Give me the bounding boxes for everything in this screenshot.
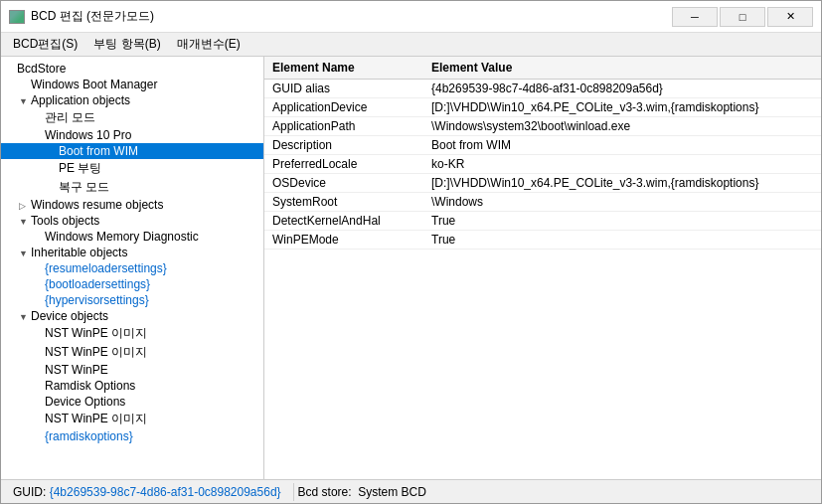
status-guid-segment: GUID: {4b269539-98c7-4d86-af31-0c898209a…	[9, 483, 294, 501]
table-row: ApplicationPath \Windows\system32\boot\w…	[264, 117, 821, 136]
tree-admin-mode[interactable]: 관리 모드	[1, 108, 263, 127]
expand-icon: ▼	[19, 217, 31, 227]
expand-icon: ▼	[19, 249, 31, 258]
status-bcd-segment: Bcd store: System BCD	[294, 483, 438, 501]
prop-name: WinPEMode	[264, 231, 423, 250]
status-bcd-label: Bcd store:	[298, 485, 352, 499]
prop-name: GUID alias	[264, 80, 423, 98]
tree-resumeloadersettings[interactable]: {resumeloadersettings}	[1, 260, 263, 276]
prop-value: True	[423, 231, 821, 250]
table-row: OSDevice [D:]\VHDD\Win10_x64.PE_COLite_v…	[264, 174, 821, 193]
table-row: DetectKernelAndHal True	[264, 212, 821, 231]
prop-value: [D:]\VHDD\Win10_x64.PE_COLite_v3-3.wim,{…	[423, 174, 821, 193]
tree-application-objects[interactable]: ▼Application objects	[1, 92, 263, 108]
status-guid-value: {4b269539-98c7-4d86-af31-0c898209a56d}	[50, 485, 281, 499]
tree-bootloadersettings[interactable]: {bootloadersettings}	[1, 276, 263, 292]
tree-ramdiskoptions[interactable]: {ramdiskoptions}	[1, 428, 263, 444]
prop-name: SystemRoot	[264, 193, 423, 212]
maximize-button[interactable]: □	[720, 7, 765, 27]
properties-table: Element Name Element Value GUID alias {4…	[264, 57, 821, 250]
tree-device-options[interactable]: Device Options	[1, 394, 263, 410]
tree-windows-resume[interactable]: ▷Windows resume objects	[1, 197, 263, 213]
col-element-name: Element Name	[264, 57, 423, 80]
tree-nst-winpe-3[interactable]: NST WinPE	[1, 362, 263, 378]
status-bcd-value: System BCD	[358, 485, 426, 499]
menu-boot[interactable]: 부팅 항목(B)	[85, 34, 168, 55]
table-row: GUID alias {4b269539-98c7-4d86-af31-0c89…	[264, 80, 821, 98]
minimize-button[interactable]: ─	[672, 7, 718, 27]
prop-name: ApplicationPath	[264, 117, 423, 136]
table-row: ApplicationDevice [D:]\VHDD\Win10_x64.PE…	[264, 98, 821, 117]
table-row: SystemRoot \Windows	[264, 193, 821, 212]
tree-hypervisorsettings[interactable]: {hypervisorsettings}	[1, 292, 263, 308]
tree-nst-winpe-2[interactable]: NST WinPE 이미지	[1, 343, 263, 362]
menu-bcd[interactable]: BCD편집(S)	[5, 34, 85, 55]
tree-nst-winpe-4[interactable]: NST WinPE 이미지	[1, 410, 263, 428]
menu-params[interactable]: 매개변수(E)	[169, 34, 248, 55]
table-row: WinPEMode True	[264, 231, 821, 250]
status-bar: GUID: {4b269539-98c7-4d86-af31-0c898209a…	[1, 479, 821, 503]
tree-tools-objects[interactable]: ▼Tools objects	[1, 213, 263, 229]
prop-value: [D:]\VHDD\Win10_x64.PE_COLite_v3-3.wim,{…	[423, 98, 821, 117]
expand-icon: ▷	[19, 201, 31, 211]
prop-name: Description	[264, 136, 423, 155]
status-guid-label: GUID:	[13, 485, 46, 499]
menu-bar: BCD편집(S) 부팅 항목(B) 매개변수(E)	[1, 33, 821, 57]
right-panel: Element Name Element Value GUID alias {4…	[264, 57, 821, 479]
expand-icon: ▼	[19, 312, 31, 322]
app-icon	[9, 10, 25, 24]
prop-value: True	[423, 212, 821, 231]
prop-name: PreferredLocale	[264, 155, 423, 174]
expand-icon: ▼	[19, 96, 31, 106]
prop-value: {4b269539-98c7-4d86-af31-0c898209a56d}	[423, 80, 821, 98]
prop-value: Boot from WIM	[423, 136, 821, 155]
tree-nst-winpe-1[interactable]: NST WinPE 이미지	[1, 324, 263, 343]
table-row: PreferredLocale ko-KR	[264, 155, 821, 174]
close-button[interactable]: ✕	[767, 7, 813, 27]
left-panel: BcdStore Windows Boot Manager ▼Applicati…	[1, 57, 264, 479]
tree-inheritable-objects[interactable]: ▼Inheritable objects	[1, 245, 263, 260]
prop-value: \Windows	[423, 193, 821, 212]
prop-value: ko-KR	[423, 155, 821, 174]
tree-device-objects[interactable]: ▼Device objects	[1, 308, 263, 324]
prop-name: DetectKernelAndHal	[264, 212, 423, 231]
tree-pe-boot[interactable]: PE 부팅	[1, 159, 263, 178]
table-row: Description Boot from WIM	[264, 136, 821, 155]
tree-bcdstore[interactable]: BcdStore	[1, 61, 263, 77]
col-element-value: Element Value	[423, 57, 821, 80]
prop-name: ApplicationDevice	[264, 98, 423, 117]
main-content: BcdStore Windows Boot Manager ▼Applicati…	[1, 57, 821, 479]
tree-recovery-mode[interactable]: 복구 모드	[1, 178, 263, 197]
tree-windows-boot-manager[interactable]: Windows Boot Manager	[1, 77, 263, 92]
title-bar: BCD 편집 (전문가모드) ─ □ ✕	[1, 1, 821, 33]
tree-win10-pro[interactable]: Windows 10 Pro	[1, 127, 263, 143]
window-title: BCD 편집 (전문가모드)	[31, 8, 154, 25]
prop-value: \Windows\system32\boot\winload.exe	[423, 117, 821, 136]
title-controls: ─ □ ✕	[672, 7, 813, 27]
tree-windows-memory[interactable]: Windows Memory Diagnostic	[1, 229, 263, 245]
main-window: BCD 편집 (전문가모드) ─ □ ✕ BCD편집(S) 부팅 항목(B) 매…	[0, 0, 822, 504]
tree-boot-from-wim[interactable]: Boot from WIM	[1, 143, 263, 159]
prop-name: OSDevice	[264, 174, 423, 193]
title-bar-left: BCD 편집 (전문가모드)	[9, 8, 154, 25]
tree-ramdisk-options[interactable]: Ramdisk Options	[1, 378, 263, 394]
